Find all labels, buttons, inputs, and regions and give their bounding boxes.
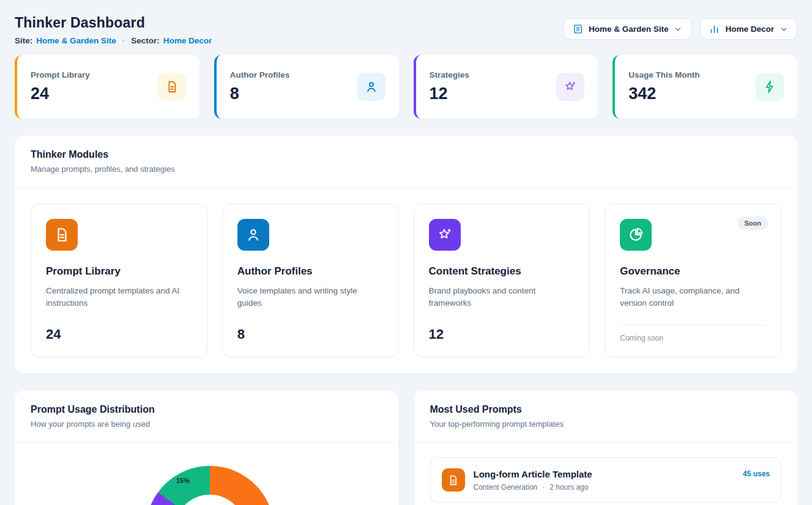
stat-value: 12 — [430, 84, 469, 103]
sector-label: Sector: — [131, 36, 160, 45]
document-icon — [442, 468, 465, 492]
lightning-icon — [756, 73, 784, 101]
module-description: Voice templates and writing style guides — [237, 285, 384, 317]
stat-card-strategies: Strategies 12 — [414, 55, 598, 119]
uses-badge: 45 uses — [743, 470, 770, 478]
header-left: Thinker Dashboard Site: Home & Garden Si… — [15, 15, 212, 45]
modules-title: Thinker Modules — [31, 149, 781, 160]
sector-selector-label: Home Decor — [725, 24, 774, 34]
stat-text: Strategies 12 — [430, 70, 469, 103]
chevron-down-icon — [780, 25, 788, 34]
prompt-item-text: Long-form Article Template Content Gener… — [474, 469, 592, 492]
page-header: Thinker Dashboard Site: Home & Garden Si… — [15, 15, 797, 45]
dashboard-page: Thinker Dashboard Site: Home & Garden Si… — [0, 0, 812, 505]
stat-text: Author Profiles 8 — [230, 70, 290, 103]
stat-text: Usage This Month 342 — [628, 70, 699, 103]
stats-row: Prompt Library 24 Author Profiles 8 Stra… — [15, 55, 797, 119]
site-selector-label: Home & Garden Site — [589, 24, 669, 34]
module-description: Centralized prompt templates and AI inst… — [46, 285, 192, 317]
module-title: Governance — [620, 265, 766, 278]
usage-distribution-header: Prompt Usage Distribution How your promp… — [15, 391, 398, 443]
usage-donut: 15% — [146, 466, 274, 505]
stat-label: Strategies — [430, 70, 469, 79]
prompt-item-meta: Content Generation · 2 hours ago — [474, 483, 592, 492]
modules-subtitle: Manage prompts, profiles, and strategies — [31, 164, 781, 174]
soon-badge: Soon — [737, 216, 769, 230]
pie-chart-icon — [620, 219, 652, 251]
divider — [620, 325, 766, 325]
most-used-subtitle: Your top-performing prompt templates — [430, 419, 782, 429]
meta-separator: · — [542, 483, 545, 492]
sector-selector-dropdown[interactable]: Home Decor — [700, 18, 797, 40]
usage-distribution-title: Prompt Usage Distribution — [31, 404, 382, 415]
module-title: Content Strategies — [429, 265, 575, 278]
user-icon — [237, 219, 269, 251]
modules-header: Thinker Modules Manage prompts, profiles… — [15, 136, 797, 188]
module-count: 8 — [237, 326, 384, 342]
document-icon — [158, 73, 186, 101]
module-title: Prompt Library — [46, 265, 192, 278]
sector-link[interactable]: Home Decor — [163, 36, 212, 45]
sparkle-star-icon — [556, 73, 584, 101]
most-used-title: Most Used Prompts — [430, 404, 782, 415]
stat-value: 8 — [230, 84, 290, 103]
most-used-prompts-panel: Most Used Prompts Your top-performing pr… — [414, 391, 798, 505]
building-icon — [573, 24, 583, 34]
document-icon — [46, 219, 78, 251]
stat-value: 24 — [31, 84, 90, 103]
module-description: Track AI usage, compliance, and version … — [620, 285, 766, 314]
stat-card-usage: Usage This Month 342 — [613, 55, 797, 119]
bar-chart-icon — [709, 24, 720, 34]
prompt-item-title: Long-form Article Template — [474, 469, 592, 479]
module-card-author-profiles[interactable]: Author Profiles Voice templates and writ… — [222, 204, 399, 358]
sparkle-star-icon — [429, 219, 461, 251]
breadcrumb-separator: · — [122, 36, 125, 45]
site-link[interactable]: Home & Garden Site — [36, 36, 116, 45]
stat-label: Prompt Library — [31, 70, 90, 79]
coming-soon-text: Coming soon — [620, 334, 766, 342]
stat-card-prompt-library: Prompt Library 24 — [15, 55, 199, 119]
donut-slice-label: 15% — [169, 477, 197, 484]
header-selectors: Home & Garden Site Home Decor — [564, 18, 797, 40]
stat-label: Usage This Month — [628, 70, 699, 79]
stat-text: Prompt Library 24 — [31, 70, 90, 103]
modules-grid: Prompt Library Centralized prompt templa… — [15, 188, 797, 374]
prompt-item-time: 2 hours ago — [549, 483, 588, 492]
stat-card-author-profiles: Author Profiles 8 — [214, 55, 399, 119]
module-card-governance[interactable]: Soon Governance Track AI usage, complian… — [605, 204, 781, 358]
module-card-prompt-library[interactable]: Prompt Library Centralized prompt templa… — [31, 204, 207, 358]
module-description: Brand playbooks and content frameworks — [429, 285, 575, 317]
stat-value: 342 — [628, 84, 699, 103]
thinker-modules-panel: Thinker Modules Manage prompts, profiles… — [15, 136, 797, 374]
prompt-list: Long-form Article Template Content Gener… — [414, 443, 798, 505]
stat-label: Author Profiles — [230, 70, 290, 79]
breadcrumb: Site: Home & Garden Site · Sector: Home … — [15, 36, 212, 45]
donut-chart-area: 15% — [15, 443, 398, 505]
prompt-item-category: Content Generation — [474, 483, 538, 492]
usage-distribution-panel: Prompt Usage Distribution How your promp… — [15, 391, 398, 505]
module-count: 24 — [46, 326, 192, 342]
chevron-down-icon — [674, 25, 682, 34]
user-icon — [357, 73, 386, 101]
site-label: Site: — [15, 36, 32, 45]
module-count: 12 — [429, 326, 575, 342]
most-used-header: Most Used Prompts Your top-performing pr… — [414, 391, 798, 443]
list-item[interactable]: Long-form Article Template Content Gener… — [430, 457, 782, 503]
usage-distribution-subtitle: How your prompts are being used — [31, 419, 382, 429]
page-title: Thinker Dashboard — [15, 15, 212, 31]
bottom-row: Prompt Usage Distribution How your promp… — [15, 391, 797, 505]
site-selector-dropdown[interactable]: Home & Garden Site — [564, 18, 692, 40]
module-card-content-strategies[interactable]: Content Strategies Brand playbooks and c… — [414, 204, 590, 358]
module-title: Author Profiles — [237, 265, 384, 278]
